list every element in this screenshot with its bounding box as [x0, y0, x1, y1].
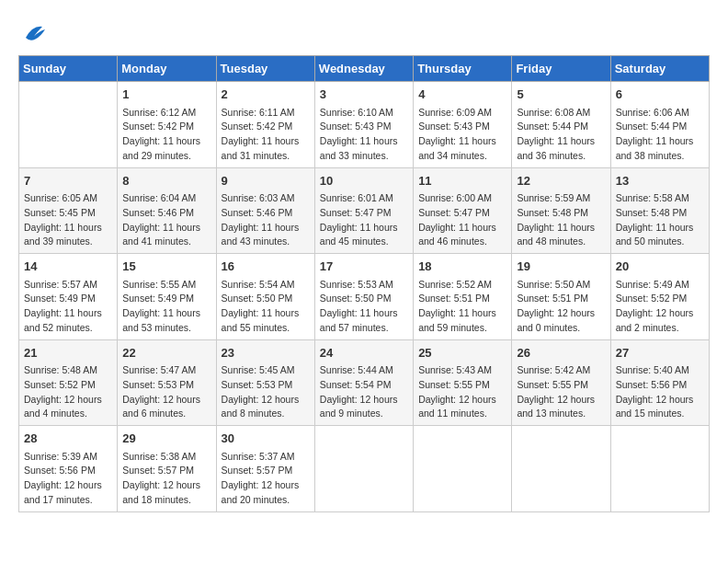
- calendar-cell: 21Sunrise: 5:48 AMSunset: 5:52 PMDayligh…: [19, 339, 118, 426]
- calendar-cell: 13Sunrise: 5:58 AMSunset: 5:48 PMDayligh…: [610, 167, 709, 254]
- day-number: 29: [122, 430, 210, 448]
- sunrise: Sunrise: 5:37 AM: [222, 451, 295, 462]
- logo: [18, 18, 48, 46]
- calendar-cell: 28Sunrise: 5:39 AMSunset: 5:56 PMDayligh…: [19, 426, 118, 512]
- day-number: 2: [222, 86, 310, 104]
- day-number: 10: [320, 172, 408, 190]
- calendar-cell: 26Sunrise: 5:42 AMSunset: 5:55 PMDayligh…: [512, 339, 610, 426]
- calendar-cell: 1Sunrise: 6:12 AMSunset: 5:42 PMDaylight…: [118, 82, 216, 168]
- calendar-cell: 10Sunrise: 6:01 AMSunset: 5:47 PMDayligh…: [314, 167, 413, 254]
- daylight: Daylight: 11 hours and 41 minutes.: [122, 222, 200, 247]
- calendar-cell: 9Sunrise: 6:03 AMSunset: 5:46 PMDaylight…: [216, 167, 314, 254]
- week-row-3: 14Sunrise: 5:57 AMSunset: 5:49 PMDayligh…: [19, 254, 710, 340]
- day-number: 18: [418, 258, 506, 276]
- daylight: Daylight: 12 hours and 20 minutes.: [222, 479, 300, 505]
- calendar-cell: 16Sunrise: 5:54 AMSunset: 5:50 PMDayligh…: [216, 254, 314, 340]
- calendar-cell: 14Sunrise: 5:57 AMSunset: 5:49 PMDayligh…: [19, 254, 118, 340]
- day-number: 30: [222, 430, 310, 448]
- daylight: Daylight: 11 hours and 34 minutes.: [418, 135, 496, 161]
- calendar-cell: 20Sunrise: 5:49 AMSunset: 5:52 PMDayligh…: [610, 254, 709, 340]
- header: [18, 18, 710, 46]
- day-number: 5: [517, 86, 605, 104]
- sunset: Sunset: 5:55 PM: [418, 379, 490, 390]
- week-row-4: 21Sunrise: 5:48 AMSunset: 5:52 PMDayligh…: [19, 339, 710, 426]
- day-number: 9: [222, 172, 310, 190]
- sunset: Sunset: 5:49 PM: [122, 293, 194, 304]
- sunset: Sunset: 5:48 PM: [616, 207, 688, 218]
- sunrise: Sunrise: 6:09 AM: [418, 107, 492, 118]
- daylight: Daylight: 11 hours and 43 minutes.: [222, 222, 300, 247]
- daylight: Daylight: 12 hours and 11 minutes.: [418, 394, 496, 419]
- calendar-cell: 5Sunrise: 6:08 AMSunset: 5:44 PMDaylight…: [512, 82, 610, 168]
- calendar-cell: 27Sunrise: 5:40 AMSunset: 5:56 PMDayligh…: [610, 339, 709, 426]
- sunset: Sunset: 5:52 PM: [616, 293, 688, 304]
- sunrise: Sunrise: 5:39 AM: [24, 451, 97, 462]
- day-number: 21: [24, 344, 112, 362]
- sunset: Sunset: 5:47 PM: [418, 207, 490, 218]
- daylight: Daylight: 12 hours and 4 minutes.: [24, 394, 102, 419]
- sunrise: Sunrise: 5:43 AM: [418, 364, 492, 375]
- day-number: 6: [616, 86, 704, 104]
- day-header-thursday: Thursday: [414, 56, 512, 82]
- sunrise: Sunrise: 5:50 AM: [517, 279, 590, 290]
- calendar-cell: 3Sunrise: 6:10 AMSunset: 5:43 PMDaylight…: [314, 82, 413, 168]
- sunrise: Sunrise: 6:05 AM: [24, 192, 97, 203]
- calendar-table: SundayMondayTuesdayWednesdayThursdayFrid…: [18, 55, 710, 512]
- sunrise: Sunrise: 6:10 AM: [320, 107, 393, 118]
- day-number: 17: [320, 258, 408, 276]
- calendar-cell: 8Sunrise: 6:04 AMSunset: 5:46 PMDaylight…: [118, 167, 216, 254]
- day-header-friday: Friday: [512, 56, 610, 82]
- sunrise: Sunrise: 5:59 AM: [517, 192, 590, 203]
- sunset: Sunset: 5:42 PM: [122, 121, 194, 132]
- sunset: Sunset: 5:54 PM: [320, 379, 392, 390]
- calendar-body: 1Sunrise: 6:12 AMSunset: 5:42 PMDaylight…: [19, 82, 710, 512]
- sunrise: Sunrise: 5:42 AM: [517, 364, 590, 375]
- daylight: Daylight: 11 hours and 31 minutes.: [222, 135, 300, 161]
- calendar-cell: [314, 426, 413, 512]
- sunrise: Sunrise: 5:55 AM: [122, 279, 196, 290]
- daylight: Daylight: 11 hours and 38 minutes.: [616, 135, 694, 161]
- daylight: Daylight: 12 hours and 15 minutes.: [616, 394, 694, 419]
- day-number: 15: [122, 258, 210, 276]
- day-header-tuesday: Tuesday: [216, 56, 314, 82]
- sunset: Sunset: 5:51 PM: [517, 293, 588, 304]
- calendar-cell: 25Sunrise: 5:43 AMSunset: 5:55 PMDayligh…: [414, 339, 512, 426]
- daylight: Daylight: 11 hours and 52 minutes.: [24, 307, 102, 333]
- daylight: Daylight: 11 hours and 53 minutes.: [122, 307, 200, 333]
- sunrise: Sunrise: 6:04 AM: [122, 192, 196, 203]
- day-number: 3: [320, 86, 408, 104]
- days-header-row: SundayMondayTuesdayWednesdayThursdayFrid…: [19, 56, 710, 82]
- sunset: Sunset: 5:56 PM: [24, 465, 96, 476]
- day-header-sunday: Sunday: [19, 56, 118, 82]
- daylight: Daylight: 11 hours and 57 minutes.: [320, 307, 398, 333]
- day-number: 12: [517, 172, 605, 190]
- sunset: Sunset: 5:42 PM: [222, 121, 293, 132]
- daylight: Daylight: 12 hours and 6 minutes.: [122, 394, 200, 419]
- calendar-cell: [512, 426, 610, 512]
- daylight: Daylight: 11 hours and 48 minutes.: [517, 222, 595, 247]
- sunset: Sunset: 5:49 PM: [24, 293, 96, 304]
- calendar-cell: 29Sunrise: 5:38 AMSunset: 5:57 PMDayligh…: [118, 426, 216, 512]
- calendar-cell: 6Sunrise: 6:06 AMSunset: 5:44 PMDaylight…: [610, 82, 709, 168]
- sunrise: Sunrise: 5:52 AM: [418, 279, 492, 290]
- day-number: 24: [320, 344, 408, 362]
- sunset: Sunset: 5:57 PM: [222, 465, 293, 476]
- day-number: 22: [122, 344, 210, 362]
- daylight: Daylight: 11 hours and 36 minutes.: [517, 135, 595, 161]
- sunset: Sunset: 5:47 PM: [320, 207, 392, 218]
- calendar-cell: 23Sunrise: 5:45 AMSunset: 5:53 PMDayligh…: [216, 339, 314, 426]
- sunset: Sunset: 5:45 PM: [24, 207, 96, 218]
- sunset: Sunset: 5:50 PM: [222, 293, 293, 304]
- day-number: 14: [24, 258, 112, 276]
- daylight: Daylight: 12 hours and 17 minutes.: [24, 479, 102, 505]
- day-number: 13: [616, 172, 704, 190]
- sunset: Sunset: 5:48 PM: [517, 207, 588, 218]
- sunrise: Sunrise: 5:57 AM: [24, 279, 97, 290]
- daylight: Daylight: 12 hours and 8 minutes.: [222, 394, 300, 419]
- sunset: Sunset: 5:44 PM: [616, 121, 688, 132]
- daylight: Daylight: 11 hours and 50 minutes.: [616, 222, 694, 247]
- sunrise: Sunrise: 5:53 AM: [320, 279, 393, 290]
- sunrise: Sunrise: 6:01 AM: [320, 192, 393, 203]
- calendar-cell: [414, 426, 512, 512]
- day-number: 27: [616, 344, 704, 362]
